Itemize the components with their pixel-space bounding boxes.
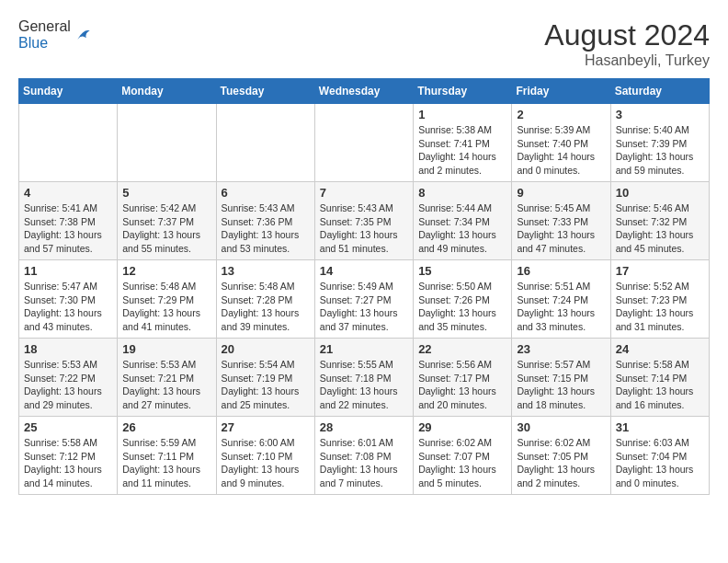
- day-number: 16: [517, 264, 605, 278]
- day-cell: 25Sunrise: 5:58 AM Sunset: 7:12 PM Dayli…: [19, 417, 118, 495]
- day-number: 29: [418, 420, 506, 434]
- day-info: Sunrise: 5:51 AM Sunset: 7:24 PM Dayligh…: [517, 280, 605, 334]
- day-number: 22: [418, 342, 506, 356]
- day-cell: 20Sunrise: 5:54 AM Sunset: 7:19 PM Dayli…: [216, 339, 314, 417]
- day-cell: [118, 104, 216, 182]
- day-cell: 7Sunrise: 5:43 AM Sunset: 7:35 PM Daylig…: [314, 182, 413, 260]
- day-info: Sunrise: 5:52 AM Sunset: 7:23 PM Dayligh…: [616, 280, 704, 334]
- day-number: 18: [24, 342, 112, 356]
- day-cell: 26Sunrise: 5:59 AM Sunset: 7:11 PM Dayli…: [118, 417, 216, 495]
- day-info: Sunrise: 5:58 AM Sunset: 7:12 PM Dayligh…: [24, 436, 112, 490]
- day-info: Sunrise: 5:56 AM Sunset: 7:17 PM Dayligh…: [418, 358, 506, 412]
- day-info: Sunrise: 5:48 AM Sunset: 7:28 PM Dayligh…: [222, 280, 310, 334]
- day-number: 31: [616, 420, 704, 434]
- weekday-header-row: SundayMondayTuesdayWednesdayThursdayFrid…: [19, 79, 710, 104]
- day-info: Sunrise: 5:58 AM Sunset: 7:14 PM Dayligh…: [616, 358, 704, 412]
- day-cell: 15Sunrise: 5:50 AM Sunset: 7:26 PM Dayli…: [414, 260, 512, 339]
- day-info: Sunrise: 6:00 AM Sunset: 7:10 PM Dayligh…: [222, 436, 310, 490]
- weekday-header-wednesday: Wednesday: [314, 79, 413, 104]
- day-cell: 17Sunrise: 5:52 AM Sunset: 7:23 PM Dayli…: [610, 260, 709, 339]
- week-row-3: 11Sunrise: 5:47 AM Sunset: 7:30 PM Dayli…: [19, 260, 710, 339]
- logo: General Blue: [18, 18, 91, 52]
- day-info: Sunrise: 6:02 AM Sunset: 7:05 PM Dayligh…: [517, 436, 605, 490]
- week-row-5: 25Sunrise: 5:58 AM Sunset: 7:12 PM Dayli…: [19, 417, 710, 495]
- day-number: 3: [616, 108, 704, 121]
- day-number: 14: [320, 264, 408, 278]
- day-number: 24: [616, 342, 704, 356]
- day-number: 25: [24, 420, 112, 434]
- logo-general-text: General: [18, 18, 71, 34]
- day-cell: 27Sunrise: 6:00 AM Sunset: 7:10 PM Dayli…: [216, 417, 314, 495]
- day-info: Sunrise: 5:39 AM Sunset: 7:40 PM Dayligh…: [517, 123, 605, 178]
- day-cell: [314, 104, 413, 182]
- calendar-table: SundayMondayTuesdayWednesdayThursdayFrid…: [18, 78, 710, 495]
- day-number: 12: [122, 264, 210, 278]
- day-number: 21: [320, 342, 408, 356]
- day-number: 15: [418, 264, 506, 278]
- day-number: 7: [320, 186, 408, 200]
- week-row-4: 18Sunrise: 5:53 AM Sunset: 7:22 PM Dayli…: [19, 339, 710, 417]
- day-info: Sunrise: 5:40 AM Sunset: 7:39 PM Dayligh…: [616, 123, 704, 178]
- day-info: Sunrise: 5:45 AM Sunset: 7:33 PM Dayligh…: [517, 201, 605, 256]
- day-cell: 29Sunrise: 6:02 AM Sunset: 7:07 PM Dayli…: [414, 417, 512, 495]
- day-cell: 9Sunrise: 5:45 AM Sunset: 7:33 PM Daylig…: [512, 182, 610, 260]
- day-cell: 18Sunrise: 5:53 AM Sunset: 7:22 PM Dayli…: [19, 339, 118, 417]
- day-cell: 21Sunrise: 5:55 AM Sunset: 7:18 PM Dayli…: [314, 339, 413, 417]
- day-info: Sunrise: 5:48 AM Sunset: 7:29 PM Dayligh…: [122, 280, 210, 334]
- day-info: Sunrise: 5:44 AM Sunset: 7:34 PM Dayligh…: [418, 201, 506, 256]
- day-number: 2: [517, 108, 605, 121]
- day-cell: 24Sunrise: 5:58 AM Sunset: 7:14 PM Dayli…: [610, 339, 709, 417]
- day-info: Sunrise: 5:43 AM Sunset: 7:36 PM Dayligh…: [222, 201, 310, 256]
- day-info: Sunrise: 6:02 AM Sunset: 7:07 PM Dayligh…: [418, 436, 506, 490]
- day-number: 10: [616, 186, 704, 200]
- day-number: 23: [517, 342, 605, 356]
- day-info: Sunrise: 5:57 AM Sunset: 7:15 PM Dayligh…: [517, 358, 605, 412]
- day-cell: 6Sunrise: 5:43 AM Sunset: 7:36 PM Daylig…: [216, 182, 314, 260]
- weekday-header-monday: Monday: [118, 79, 216, 104]
- week-row-1: 1Sunrise: 5:38 AM Sunset: 7:41 PM Daylig…: [19, 104, 710, 182]
- week-row-2: 4Sunrise: 5:41 AM Sunset: 7:38 PM Daylig…: [19, 182, 710, 260]
- page-header: General Blue August 2024 Hasanbeyli, Tur…: [18, 18, 710, 69]
- day-number: 28: [320, 420, 408, 434]
- day-info: Sunrise: 5:46 AM Sunset: 7:32 PM Dayligh…: [616, 201, 704, 256]
- weekday-header-thursday: Thursday: [414, 79, 512, 104]
- day-number: 1: [418, 108, 506, 121]
- day-cell: 22Sunrise: 5:56 AM Sunset: 7:17 PM Dayli…: [414, 339, 512, 417]
- day-number: 13: [222, 264, 310, 278]
- day-cell: 10Sunrise: 5:46 AM Sunset: 7:32 PM Dayli…: [610, 182, 709, 260]
- day-cell: 16Sunrise: 5:51 AM Sunset: 7:24 PM Dayli…: [512, 260, 610, 339]
- day-cell: 31Sunrise: 6:03 AM Sunset: 7:04 PM Dayli…: [610, 417, 709, 495]
- day-number: 27: [222, 420, 310, 434]
- day-number: 8: [418, 186, 506, 200]
- day-cell: [216, 104, 314, 182]
- location-subtitle: Hasanbeyli, Turkey: [544, 52, 710, 69]
- day-cell: 8Sunrise: 5:44 AM Sunset: 7:34 PM Daylig…: [414, 182, 512, 260]
- day-info: Sunrise: 6:01 AM Sunset: 7:08 PM Dayligh…: [320, 436, 408, 490]
- day-number: 30: [517, 420, 605, 434]
- title-block: August 2024 Hasanbeyli, Turkey: [544, 18, 710, 69]
- day-cell: 14Sunrise: 5:49 AM Sunset: 7:27 PM Dayli…: [314, 260, 413, 339]
- logo-bird-icon: [73, 26, 91, 44]
- day-info: Sunrise: 5:50 AM Sunset: 7:26 PM Dayligh…: [418, 280, 506, 334]
- day-cell: 5Sunrise: 5:42 AM Sunset: 7:37 PM Daylig…: [118, 182, 216, 260]
- day-cell: 13Sunrise: 5:48 AM Sunset: 7:28 PM Dayli…: [216, 260, 314, 339]
- day-number: 11: [24, 264, 112, 278]
- day-info: Sunrise: 5:38 AM Sunset: 7:41 PM Dayligh…: [418, 123, 506, 178]
- day-cell: 30Sunrise: 6:02 AM Sunset: 7:05 PM Dayli…: [512, 417, 610, 495]
- day-info: Sunrise: 5:41 AM Sunset: 7:38 PM Dayligh…: [24, 201, 112, 256]
- day-info: Sunrise: 5:42 AM Sunset: 7:37 PM Dayligh…: [122, 201, 210, 256]
- day-cell: 19Sunrise: 5:53 AM Sunset: 7:21 PM Dayli…: [118, 339, 216, 417]
- weekday-header-tuesday: Tuesday: [216, 79, 314, 104]
- day-number: 9: [517, 186, 605, 200]
- logo-blue-text: Blue: [18, 35, 48, 51]
- day-number: 5: [122, 186, 210, 200]
- day-info: Sunrise: 5:53 AM Sunset: 7:21 PM Dayligh…: [122, 358, 210, 412]
- day-cell: 11Sunrise: 5:47 AM Sunset: 7:30 PM Dayli…: [19, 260, 118, 339]
- day-info: Sunrise: 5:55 AM Sunset: 7:18 PM Dayligh…: [320, 358, 408, 412]
- weekday-header-saturday: Saturday: [610, 79, 709, 104]
- day-info: Sunrise: 5:54 AM Sunset: 7:19 PM Dayligh…: [222, 358, 310, 412]
- day-cell: 1Sunrise: 5:38 AM Sunset: 7:41 PM Daylig…: [414, 104, 512, 182]
- day-cell: 3Sunrise: 5:40 AM Sunset: 7:39 PM Daylig…: [610, 104, 709, 182]
- day-info: Sunrise: 5:47 AM Sunset: 7:30 PM Dayligh…: [24, 280, 112, 334]
- day-number: 19: [122, 342, 210, 356]
